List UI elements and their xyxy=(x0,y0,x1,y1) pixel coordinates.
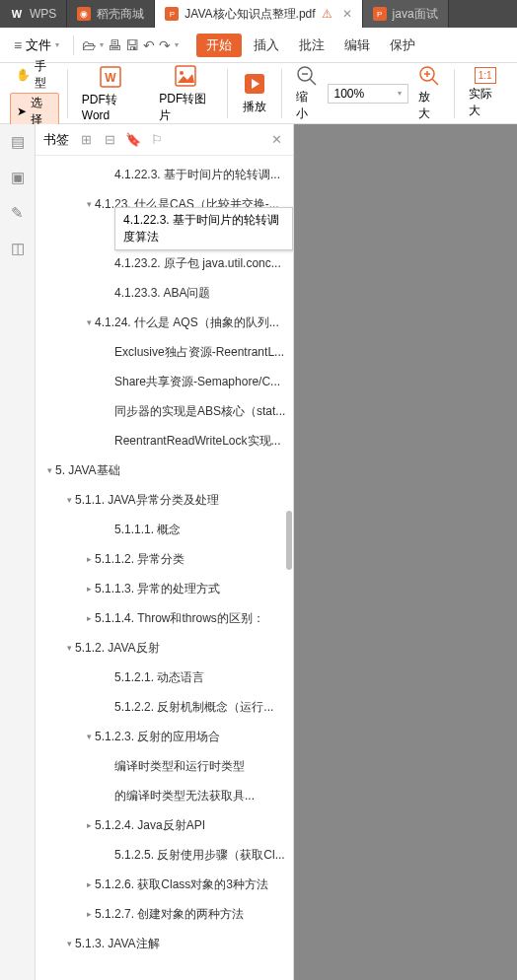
tab-active-document[interactable]: P JAVA核心知识点整理.pdf ⚠ ✕ xyxy=(155,0,362,28)
bookmark-label: 4.1.24. 什么是 AQS（抽象的队列... xyxy=(95,315,279,331)
collapse-toggle-icon[interactable]: ▾ xyxy=(43,465,55,475)
zoom-out-button[interactable]: 缩小 xyxy=(286,61,328,126)
bookmark-tree-item[interactable]: 5.1.1.1. 概念 xyxy=(36,515,293,544)
pdf-to-word-button[interactable]: W PDF转Word xyxy=(72,60,149,126)
bookmark-option-icon[interactable]: ⚐ xyxy=(148,131,166,149)
expand-toggle-icon[interactable]: ▸ xyxy=(83,909,95,919)
bookmark-tree-item[interactable]: ▾5.1.3. JAVA注解 xyxy=(36,929,293,958)
tool-label: PDF转图片 xyxy=(159,91,212,124)
bookmark-tree-item[interactable]: ▸5.1.2.6. 获取Class对象的3种方法 xyxy=(36,870,293,899)
tab-label: java面试 xyxy=(393,6,438,23)
expand-toggle-icon[interactable]: ▸ xyxy=(83,584,95,594)
word-convert-icon: W xyxy=(98,64,123,90)
bookmark-label: 5.1.2.7. 创建对象的两种方法 xyxy=(95,906,244,923)
collapse-icon[interactable]: ⊟ xyxy=(101,131,118,149)
tooltip-text: 4.1.22.3. 基于时间片的轮转调度算法 xyxy=(123,213,279,244)
bookmark-tree-item[interactable]: 4.1.22.3. 基于时间片的轮转调... xyxy=(36,160,293,189)
tab-shop[interactable]: ◉ 稻壳商城 xyxy=(67,0,155,28)
bookmark-label: 的编译时类型无法获取具... xyxy=(114,788,255,805)
thumbnail-icon[interactable]: ▣ xyxy=(8,168,28,187)
print-icon[interactable]: 🖶 xyxy=(108,37,121,53)
tool-label: 播放 xyxy=(243,99,266,115)
window-tabs-bar: W WPS ◉ 稻壳商城 P JAVA核心知识点整理.pdf ⚠ ✕ P jav… xyxy=(0,0,517,28)
bookmark-label: 5.1.2.5. 反射使用步骤（获取Cl... xyxy=(114,847,285,864)
collapse-toggle-icon[interactable]: ▾ xyxy=(83,317,95,327)
tab-wps-home[interactable]: W WPS xyxy=(0,0,67,28)
actual-size-button[interactable]: 1:1 实际大 xyxy=(459,63,511,123)
bookmark-tree-item[interactable]: Exclusive独占资源-ReentrantL... xyxy=(36,337,293,367)
redo-icon[interactable]: ↷ xyxy=(159,37,171,53)
bookmark-tree-item[interactable]: ▸5.1.1.3. 异常的处理方式 xyxy=(36,574,293,603)
document-viewport[interactable] xyxy=(294,124,517,980)
close-icon[interactable]: ✕ xyxy=(342,7,352,21)
tab-start[interactable]: 开始 xyxy=(196,34,242,57)
play-button[interactable]: 播放 xyxy=(232,67,277,119)
bookmark-tree-item[interactable]: ReentrantReadWriteLock实现... xyxy=(36,426,293,455)
open-folder-icon[interactable]: 🗁 xyxy=(82,37,96,53)
bookmark-tree-item[interactable]: 4.1.23.2. 原子包 java.util.conc... xyxy=(36,248,293,278)
image-convert-icon xyxy=(173,63,198,89)
collapse-toggle-icon[interactable]: ▾ xyxy=(83,199,95,209)
expand-toggle-icon[interactable]: ▸ xyxy=(83,613,95,623)
bookmark-label: 4.1.22.3. 基于时间片的轮转调... xyxy=(114,167,280,183)
tab-edit[interactable]: 编辑 xyxy=(336,33,378,58)
bookmark-tree-item[interactable]: 同步器的实现是ABS核心（stat... xyxy=(36,396,293,426)
collapse-toggle-icon[interactable]: ▾ xyxy=(63,643,75,653)
bookmark-label: 编译时类型和运行时类型 xyxy=(114,758,245,775)
bookmark-tree-item[interactable]: ▸5.1.1.4. Throw和throws的区别： xyxy=(36,603,293,633)
tab-review[interactable]: 批注 xyxy=(291,33,332,58)
bookmark-tree-item[interactable]: ▾5.1.2.3. 反射的应用场合 xyxy=(36,722,293,751)
bookmark-tree-item[interactable]: ▸5.1.2.7. 创建对象的两种方法 xyxy=(36,899,293,929)
undo-icon[interactable]: ↶ xyxy=(143,37,155,53)
tab-label: 保护 xyxy=(390,37,415,52)
bookmark-label: 5.1.2.3. 反射的应用场合 xyxy=(95,729,220,745)
tab-other-document[interactable]: P java面试 xyxy=(363,0,449,28)
save-icon[interactable]: 🖫 xyxy=(125,37,139,53)
tab-insert[interactable]: 插入 xyxy=(246,33,287,58)
menu-label: 文件 xyxy=(26,36,51,54)
scrollbar-thumb[interactable] xyxy=(286,511,292,570)
collapse-toggle-icon[interactable]: ▾ xyxy=(83,732,95,741)
pdf-to-image-button[interactable]: PDF转图片 xyxy=(149,59,222,128)
bookmark-tree-item[interactable]: 的编译时类型无法获取具... xyxy=(36,781,293,810)
bookmark-tree-item[interactable]: 5.1.2.1. 动态语言 xyxy=(36,663,293,692)
bookmark-tree-item[interactable]: 5.1.2.5. 反射使用步骤（获取Cl... xyxy=(36,840,293,870)
zoom-in-button[interactable]: 放大 xyxy=(408,61,450,126)
hand-tool-button[interactable]: ✋ 手型 xyxy=(10,57,59,93)
tool-label: PDF转Word xyxy=(82,92,139,122)
bookmark-add-icon[interactable]: 🔖 xyxy=(124,131,142,149)
close-icon[interactable]: ✕ xyxy=(267,131,285,149)
tab-label: JAVA核心知识点整理.pdf xyxy=(185,6,315,23)
tab-label: 编辑 xyxy=(344,37,370,52)
bookmark-tree-item[interactable]: ▾5. JAVA基础 xyxy=(36,455,293,485)
expand-toggle-icon[interactable]: ▸ xyxy=(83,820,95,830)
zoom-level-select[interactable]: 100% ▾ xyxy=(328,84,409,104)
bookmark-label: 4.1.23.2. 原子包 java.util.conc... xyxy=(114,255,281,272)
bookmark-tree-item[interactable]: 4.1.23.3. ABA问题 xyxy=(36,278,293,308)
bookmark-tree-item[interactable]: 编译时类型和运行时类型 xyxy=(36,751,293,781)
expand-toggle-icon[interactable]: ▸ xyxy=(83,554,95,564)
shop-icon: ◉ xyxy=(77,7,91,21)
bookmark-tree-item[interactable]: Share共享资源-Semaphore/C... xyxy=(36,367,293,396)
bookmark-label: 5. JAVA基础 xyxy=(55,462,120,479)
expand-icon[interactable]: ⊞ xyxy=(77,131,95,149)
bookmark-tree-item[interactable]: ▸5.1.1.2. 异常分类 xyxy=(36,544,293,574)
bookmark-tree-item[interactable]: 5.1.2.2. 反射机制概念（运行... xyxy=(36,692,293,722)
bookmark-tree-item[interactable]: ▾5.1.2. JAVA反射 xyxy=(36,633,293,663)
bookmark-tree[interactable]: 4.1.22.3. 基于时间片的轮转调度算法 4.1.22.3. 基于时间片的轮… xyxy=(36,156,293,980)
bookmark-tree-item[interactable]: ▾4.1.24. 什么是 AQS（抽象的队列... xyxy=(36,308,293,337)
collapse-toggle-icon[interactable]: ▾ xyxy=(63,495,75,505)
tab-protect[interactable]: 保护 xyxy=(382,33,423,58)
tool-label: 选择 xyxy=(31,95,52,128)
expand-toggle-icon[interactable]: ▸ xyxy=(83,879,95,889)
chevron-down-icon: ▾ xyxy=(100,40,104,49)
bookmark-tree-item[interactable]: ▸5.1.2.4. Java反射API xyxy=(36,810,293,840)
attachment-icon[interactable]: ✎ xyxy=(8,203,28,223)
bookmark-label: 5.1.2.2. 反射机制概念（运行... xyxy=(114,699,273,716)
outline-icon[interactable]: ▤ xyxy=(8,132,28,152)
bookmark-label: Share共享资源-Semaphore/C... xyxy=(114,374,280,390)
bookmark-tree-item[interactable]: ▾5.1.1. JAVA异常分类及处理 xyxy=(36,485,293,515)
collapse-toggle-icon[interactable]: ▾ xyxy=(63,939,75,948)
side-navigation-strip: ▤ ▣ ✎ ◫ xyxy=(0,124,36,980)
layers-icon[interactable]: ◫ xyxy=(8,239,28,258)
